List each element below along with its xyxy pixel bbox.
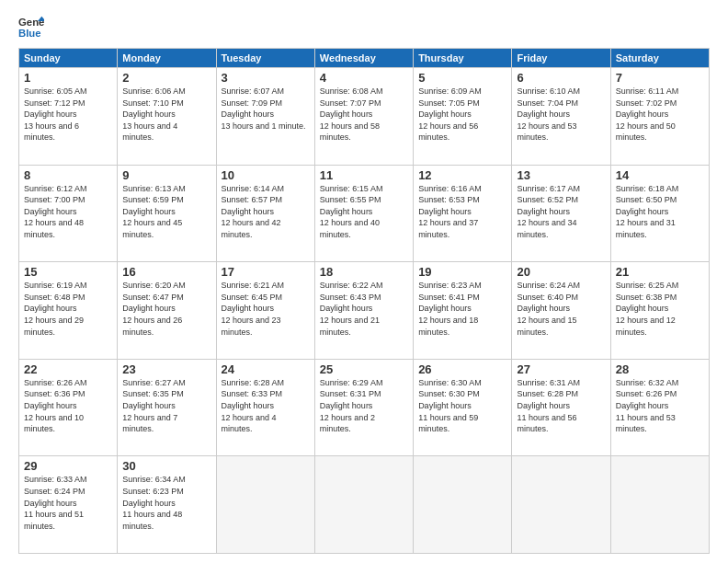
day-info: Sunrise: 6:25 AMSunset: 6:38 PMDaylight … [616,280,704,338]
day-info: Sunrise: 6:14 AMSunset: 6:57 PMDaylight … [222,183,310,241]
day-number: 8 [24,168,112,182]
day-info: Sunrise: 6:26 AMSunset: 6:36 PMDaylight … [24,377,112,435]
day-number: 2 [122,71,210,85]
day-info: Sunrise: 6:19 AMSunset: 6:48 PMDaylight … [24,280,112,338]
calendar-day: 13 Sunrise: 6:17 AMSunset: 6:52 PMDaylig… [512,165,610,262]
calendar-day: 25 Sunrise: 6:29 AMSunset: 6:31 PMDaylig… [314,359,413,456]
calendar-header-thursday: Thursday [414,49,512,68]
calendar-header-tuesday: Tuesday [216,49,314,68]
calendar-day: 17 Sunrise: 6:21 AMSunset: 6:45 PMDaylig… [216,262,314,360]
calendar-day: 23 Sunrise: 6:27 AMSunset: 6:35 PMDaylig… [118,359,216,456]
calendar-day [512,456,610,554]
day-number: 19 [418,265,506,279]
calendar-day [414,456,512,554]
day-number: 12 [418,168,506,182]
day-number: 23 [122,362,210,376]
page-header: General Blue [18,15,710,40]
day-number: 26 [418,362,506,376]
day-info: Sunrise: 6:11 AMSunset: 7:02 PMDaylight … [616,86,704,144]
calendar-day: 4 Sunrise: 6:08 AMSunset: 7:07 PMDayligh… [314,68,413,166]
day-number: 30 [122,459,210,473]
calendar-day [216,456,314,554]
day-number: 28 [616,362,704,376]
day-info: Sunrise: 6:12 AMSunset: 7:00 PMDaylight … [24,183,112,241]
day-info: Sunrise: 6:08 AMSunset: 7:07 PMDaylight … [320,86,408,144]
day-number: 25 [320,362,408,376]
day-info: Sunrise: 6:07 AMSunset: 7:09 PMDaylight … [222,86,310,132]
calendar-day: 16 Sunrise: 6:20 AMSunset: 6:47 PMDaylig… [118,262,216,360]
day-number: 10 [222,168,310,182]
day-info: Sunrise: 6:27 AMSunset: 6:35 PMDaylight … [122,377,210,435]
calendar-day: 11 Sunrise: 6:15 AMSunset: 6:55 PMDaylig… [314,165,413,262]
calendar-day: 7 Sunrise: 6:11 AMSunset: 7:02 PMDayligh… [610,68,709,166]
calendar-week-1: 1 Sunrise: 6:05 AMSunset: 7:12 PMDayligh… [19,68,710,166]
logo-icon: General Blue [18,15,44,40]
calendar-header-friday: Friday [512,49,610,68]
day-info: Sunrise: 6:17 AMSunset: 6:52 PMDaylight … [517,183,605,241]
day-info: Sunrise: 6:24 AMSunset: 6:40 PMDaylight … [517,280,605,338]
day-number: 24 [222,362,310,376]
day-info: Sunrise: 6:34 AMSunset: 6:23 PMDaylight … [122,474,210,532]
day-info: Sunrise: 6:18 AMSunset: 6:50 PMDaylight … [616,183,704,241]
day-info: Sunrise: 6:31 AMSunset: 6:28 PMDaylight … [517,377,605,435]
day-info: Sunrise: 6:16 AMSunset: 6:53 PMDaylight … [418,183,506,241]
day-number: 13 [517,168,605,182]
day-info: Sunrise: 6:30 AMSunset: 6:30 PMDaylight … [418,377,506,435]
day-number: 5 [418,71,506,85]
day-number: 14 [616,168,704,182]
calendar-week-5: 29 Sunrise: 6:33 AMSunset: 6:24 PMDaylig… [19,456,710,554]
day-info: Sunrise: 6:21 AMSunset: 6:45 PMDaylight … [222,280,310,338]
day-info: Sunrise: 6:22 AMSunset: 6:43 PMDaylight … [320,280,408,338]
calendar-week-3: 15 Sunrise: 6:19 AMSunset: 6:48 PMDaylig… [19,262,710,360]
day-info: Sunrise: 6:10 AMSunset: 7:04 PMDaylight … [517,86,605,144]
calendar-day: 9 Sunrise: 6:13 AMSunset: 6:59 PMDayligh… [118,165,216,262]
day-info: Sunrise: 6:20 AMSunset: 6:47 PMDaylight … [122,280,210,338]
calendar-day: 12 Sunrise: 6:16 AMSunset: 6:53 PMDaylig… [414,165,512,262]
calendar-day: 27 Sunrise: 6:31 AMSunset: 6:28 PMDaylig… [512,359,610,456]
calendar-week-2: 8 Sunrise: 6:12 AMSunset: 7:00 PMDayligh… [19,165,710,262]
calendar-header-monday: Monday [118,49,216,68]
calendar-day: 19 Sunrise: 6:23 AMSunset: 6:41 PMDaylig… [414,262,512,360]
calendar-day: 5 Sunrise: 6:09 AMSunset: 7:05 PMDayligh… [414,68,512,166]
day-number: 17 [222,265,310,279]
day-info: Sunrise: 6:32 AMSunset: 6:26 PMDaylight … [616,377,704,435]
calendar-day: 22 Sunrise: 6:26 AMSunset: 6:36 PMDaylig… [19,359,118,456]
day-info: Sunrise: 6:13 AMSunset: 6:59 PMDaylight … [122,183,210,241]
calendar-day: 15 Sunrise: 6:19 AMSunset: 6:48 PMDaylig… [19,262,118,360]
day-info: Sunrise: 6:23 AMSunset: 6:41 PMDaylight … [418,280,506,338]
day-info: Sunrise: 6:29 AMSunset: 6:31 PMDaylight … [320,377,408,435]
day-number: 22 [24,362,112,376]
calendar-header-sunday: Sunday [19,49,118,68]
day-number: 15 [24,265,112,279]
day-number: 27 [517,362,605,376]
day-number: 29 [24,459,112,473]
calendar-header-wednesday: Wednesday [314,49,413,68]
calendar-header-row: SundayMondayTuesdayWednesdayThursdayFrid… [19,49,710,68]
day-number: 3 [222,71,310,85]
calendar-week-4: 22 Sunrise: 6:26 AMSunset: 6:36 PMDaylig… [19,359,710,456]
calendar-day [314,456,413,554]
calendar-day: 10 Sunrise: 6:14 AMSunset: 6:57 PMDaylig… [216,165,314,262]
day-info: Sunrise: 6:33 AMSunset: 6:24 PMDaylight … [24,474,112,532]
day-number: 6 [517,71,605,85]
day-number: 11 [320,168,408,182]
logo: General Blue [18,15,48,40]
day-number: 9 [122,168,210,182]
day-info: Sunrise: 6:15 AMSunset: 6:55 PMDaylight … [320,183,408,241]
day-number: 21 [616,265,704,279]
calendar-day: 24 Sunrise: 6:28 AMSunset: 6:33 PMDaylig… [216,359,314,456]
calendar-day: 3 Sunrise: 6:07 AMSunset: 7:09 PMDayligh… [216,68,314,166]
svg-text:Blue: Blue [18,28,41,39]
calendar-day: 8 Sunrise: 6:12 AMSunset: 7:00 PMDayligh… [19,165,118,262]
calendar-day: 20 Sunrise: 6:24 AMSunset: 6:40 PMDaylig… [512,262,610,360]
calendar-day: 1 Sunrise: 6:05 AMSunset: 7:12 PMDayligh… [19,68,118,166]
day-number: 20 [517,265,605,279]
day-info: Sunrise: 6:28 AMSunset: 6:33 PMDaylight … [222,377,310,435]
calendar-day: 28 Sunrise: 6:32 AMSunset: 6:26 PMDaylig… [610,359,709,456]
calendar-header-saturday: Saturday [610,49,709,68]
calendar-day: 2 Sunrise: 6:06 AMSunset: 7:10 PMDayligh… [118,68,216,166]
calendar-day [610,456,709,554]
day-number: 7 [616,71,704,85]
day-info: Sunrise: 6:09 AMSunset: 7:05 PMDaylight … [418,86,506,144]
day-number: 18 [320,265,408,279]
